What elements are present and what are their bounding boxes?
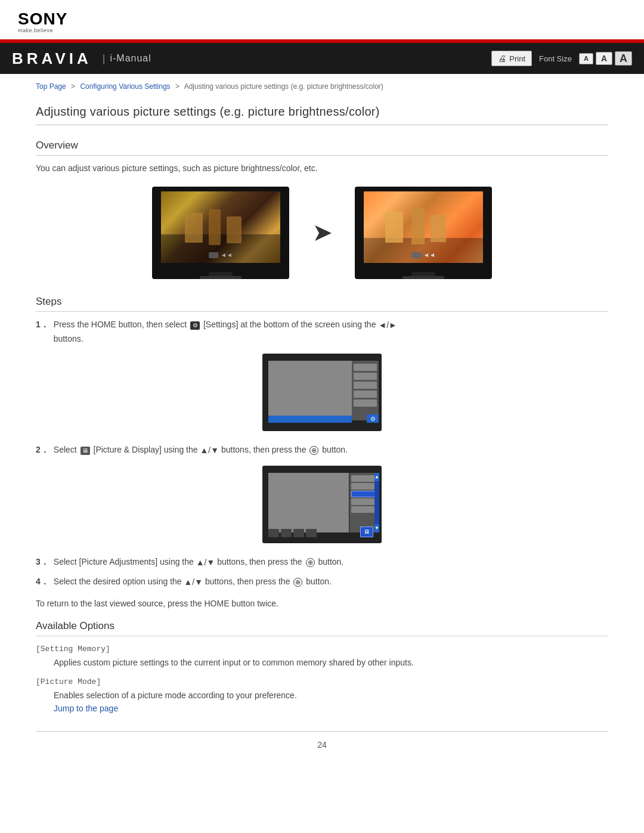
imanual-label: i-Manual	[110, 53, 151, 64]
page-title: Adjusting various picture settings (e.g.…	[36, 105, 608, 125]
option-setting-memory: [Setting Memory] Applies custom picture …	[36, 645, 608, 669]
breadcrumb-current: Adjusting various picture settings (e.g.…	[184, 82, 383, 91]
step-1: 1． Press the HOME button, then select ⚙ …	[36, 318, 608, 345]
nav-right: 🖨 Print Font Size A A A	[491, 51, 632, 66]
font-large-button[interactable]: A	[615, 51, 632, 66]
sony-brand: SONY	[18, 11, 67, 27]
step-4-number: 4．	[36, 575, 49, 589]
step-1-text: Press the HOME button, then select ⚙ [Se…	[54, 318, 397, 345]
page-footer: 24	[36, 731, 608, 758]
step-1-screenshot: ⚙	[262, 354, 382, 431]
jump-to-page-link[interactable]: Jump to the page	[54, 704, 608, 713]
step-2-bottom-icons	[268, 529, 317, 537]
step-3-number: 3．	[36, 555, 49, 569]
return-text: To return to the last viewed source, pre…	[36, 599, 608, 608]
tv-before: ◄◄	[152, 187, 289, 279]
ud-arrows-4: ▲/▼	[184, 577, 203, 587]
bravia-logo: BRAVIA	[12, 49, 92, 68]
tv-base-before	[200, 276, 242, 279]
sony-logo: SONY make.believe	[18, 11, 67, 33]
sony-tagline: make.believe	[18, 27, 53, 33]
nav-bar: BRAVIA | i-Manual 🖨 Print Font Size A A …	[0, 43, 644, 74]
picture-display-icon: 🖥	[80, 447, 90, 455]
picture-mode-desc: Enables selection of a picture mode acco…	[54, 689, 608, 702]
print-icon: 🖨	[498, 54, 506, 63]
print-button[interactable]: 🖨 Print	[491, 51, 532, 66]
settings-icon: ⚙	[190, 321, 200, 330]
step-4-text: Select the desired option using the ▲/▼ …	[54, 575, 332, 589]
breadcrumb-configuring[interactable]: Configuring Various Settings	[80, 82, 170, 91]
step-2-number: 2．	[36, 443, 49, 457]
ud-arrows-2: ▲/▼	[200, 445, 219, 455]
main-content: Top Page > Configuring Various Settings …	[0, 74, 644, 782]
step-2-selected-icon: 🖥	[360, 527, 373, 537]
step-2-text: Select 🖥 [Picture & Display] using the ▲…	[54, 443, 348, 457]
font-small-button[interactable]: A	[579, 53, 593, 64]
tv-screen-before: ◄◄	[161, 191, 280, 263]
font-medium-button[interactable]: A	[596, 52, 612, 65]
step-1-screenshot-container: ⚙	[36, 354, 608, 431]
tv-screen-after: ◄◄	[364, 191, 483, 263]
step-1-menu	[352, 361, 379, 420]
step-4: 4． Select the desired option using the ▲…	[36, 575, 608, 589]
steps-heading: Steps	[36, 296, 608, 312]
sony-header: SONY make.believe	[0, 0, 644, 39]
breadcrumb-sep2: >	[175, 82, 179, 91]
breadcrumb-top-page[interactable]: Top Page	[36, 82, 66, 91]
nav-separator: |	[103, 52, 106, 65]
step-1-settings-active: ⚙	[367, 414, 379, 423]
step-1-screen	[268, 361, 352, 420]
setting-memory-desc: Applies custom picture settings to the c…	[54, 656, 608, 669]
step-2-screenshot-container: ▲ ▼ 🖥	[36, 466, 608, 543]
step-2: 2． Select 🖥 [Picture & Display] using th…	[36, 443, 608, 457]
circle-btn-3: ⊕	[306, 558, 315, 567]
tv-after: ◄◄	[355, 187, 492, 279]
step-2-screenshot: ▲ ▼ 🖥	[262, 466, 382, 543]
step-1-number: 1．	[36, 318, 49, 345]
lr-arrows-1: ◄/►	[378, 320, 397, 330]
available-options-heading: Available Options	[36, 620, 608, 636]
step-3-text: Select [Picture Adjustments] using the ▲…	[54, 555, 343, 569]
breadcrumb-sep1: >	[71, 82, 75, 91]
option-picture-mode: [Picture Mode] Enables selection of a pi…	[36, 677, 608, 713]
steps-list: 1． Press the HOME button, then select ⚙ …	[36, 318, 608, 589]
font-size-controls: A A A	[579, 51, 632, 66]
step-3: 3． Select [Picture Adjustments] using th…	[36, 555, 608, 569]
page-number: 24	[317, 740, 327, 750]
overview-heading: Overview	[36, 140, 608, 156]
tv-base-after	[402, 276, 444, 279]
tv-image-comparison: ◄◄ ➤ ◄◄	[36, 187, 608, 279]
circle-btn-4: ⊕	[293, 578, 302, 587]
step-1-blue-bar	[268, 416, 352, 423]
font-size-label: Font Size	[539, 54, 572, 63]
circle-btn-2: ⊕	[309, 446, 318, 455]
ud-arrows-3: ▲/▼	[196, 558, 215, 567]
comparison-arrow: ➤	[313, 221, 331, 246]
step-2-scrollbar: ▲ ▼	[374, 473, 379, 532]
step-2-screen	[268, 473, 349, 532]
setting-memory-label: [Setting Memory]	[36, 645, 608, 654]
picture-mode-label: [Picture Mode]	[36, 677, 608, 686]
breadcrumb: Top Page > Configuring Various Settings …	[36, 74, 608, 97]
overview-text: You can adjust various picture settings,…	[36, 162, 608, 175]
